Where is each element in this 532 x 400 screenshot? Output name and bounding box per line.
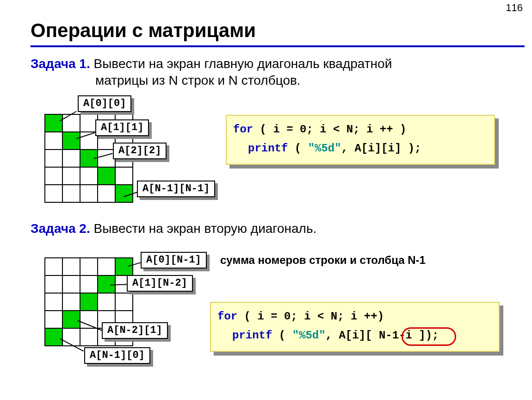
code1: for ( i = 0; i < N; i ++ ) printf ( "%5d… — [226, 115, 495, 165]
callout-a00: A[0][0] — [78, 95, 131, 112]
code2-mid: , A[i][ — [326, 329, 372, 342]
kw-printf2: printf — [232, 329, 272, 342]
callout-ann: A[N-1][N-1] — [137, 181, 215, 197]
callout-a0n1: A[0][N-1] — [141, 252, 207, 269]
kw-for2: for — [217, 310, 237, 323]
callout-an21: A[N-2][1] — [102, 322, 168, 339]
task1-line2: матрицы из N строк и N столбцов. — [95, 73, 525, 88]
task1-line1: Вывести на экран главную диагональ квадр… — [90, 56, 392, 71]
callout-a1n2: A[1][N-2] — [127, 275, 193, 292]
code2: for ( i = 0; i < N; i ++) printf ( "%5d"… — [210, 302, 500, 352]
callout-a11: A[1][1] — [95, 119, 149, 136]
code2-fmt: "%5d" — [292, 329, 326, 342]
code2-end: ]); — [419, 329, 439, 342]
code-args-post: , A[i][i] ); — [341, 142, 421, 155]
code-loop: ( i = 0; i < N; i ++ ) — [253, 123, 406, 136]
callout-an10: A[N-1][0] — [84, 347, 150, 364]
code2-index: N-1-i — [372, 329, 419, 342]
sum-text: сумма номеров строки и столбца N-1 — [220, 254, 426, 267]
kw-for: for — [233, 123, 253, 136]
divider — [31, 45, 525, 47]
task2-line1: Вывести на экран вторую диагональ. — [90, 221, 317, 236]
callout-a22: A[2][2] — [113, 143, 167, 159]
code-args-pre: ( — [288, 142, 308, 155]
code2-pre: ( — [272, 329, 292, 342]
kw-printf: printf — [248, 142, 288, 155]
task1-block: Задача 1. Вывести на экран главную диаго… — [31, 56, 525, 88]
task2-label: Задача 2. — [31, 221, 90, 236]
code2-loop: ( i = 0; i < N; i ++) — [237, 310, 384, 323]
task2-content: A[0][N-1] A[1][N-2] A[N-2][1] A[N-1][0] … — [31, 252, 532, 377]
task1-label: Задача 1. — [31, 56, 90, 71]
task1-content: A[0][0] A[1][1] A[2][2] A[N-1][N-1] for … — [31, 101, 532, 221]
task2-block: Задача 2. Вывести на экран вторую диагон… — [31, 221, 525, 236]
code-fmt: "%5d" — [308, 142, 341, 155]
slide-title: Операции с матрицами — [0, 0, 532, 45]
page-number: 116 — [506, 2, 523, 14]
